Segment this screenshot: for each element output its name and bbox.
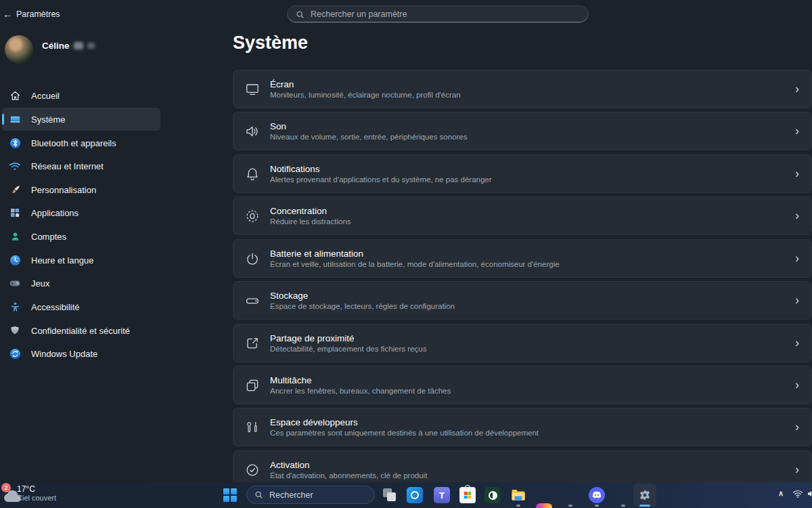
chevron-right-icon: › bbox=[795, 251, 799, 266]
card-subtitle: Écran et veille, utilisation de la batte… bbox=[270, 259, 795, 270]
user-row[interactable]: Céline bbox=[42, 41, 95, 51]
accessibility-icon bbox=[8, 300, 22, 314]
sidebar-item-systeme[interactable]: Système bbox=[2, 108, 160, 131]
weather-temp: 17°C bbox=[17, 484, 35, 494]
task-view-button[interactable] bbox=[383, 488, 397, 502]
sidebar-item-heure-langue[interactable]: Heure et langue bbox=[2, 249, 160, 272]
card-title: Activation bbox=[270, 459, 795, 471]
chevron-right-icon: › bbox=[795, 336, 799, 350]
sidebar-item-applications[interactable]: Applications bbox=[2, 201, 160, 224]
settings-app-active[interactable] bbox=[633, 484, 656, 507]
back-arrow-icon[interactable]: ← bbox=[3, 8, 13, 20]
card-subtitle: Moniteurs, luminosité, éclairage nocturn… bbox=[270, 90, 795, 100]
microsoft-store-icon[interactable] bbox=[459, 487, 476, 503]
tray-wifi-icon[interactable] bbox=[792, 489, 803, 501]
sidebar-item-label: Réseau et Internet bbox=[31, 161, 104, 171]
settings-card-stockage[interactable]: StockageEspace de stockage, lecteurs, rè… bbox=[233, 281, 812, 320]
settings-card-multitache[interactable]: MultitâcheAncrer les fenêtres, bureaux, … bbox=[233, 366, 812, 404]
weather-widget[interactable]: 2 17°C Ciel couvert bbox=[0, 482, 74, 508]
bell-icon bbox=[244, 166, 261, 182]
sidebar-item-confidentialite[interactable]: Confidentialité et sécurité bbox=[2, 319, 160, 342]
teams-icon[interactable]: T bbox=[434, 487, 450, 503]
settings-card-batterie[interactable]: Batterie et alimentationÉcran et veille,… bbox=[233, 239, 812, 278]
running-indicator bbox=[621, 505, 625, 507]
user-name: Céline bbox=[42, 41, 70, 51]
card-subtitle: Détectabilité, emplacement des fichiers … bbox=[270, 344, 795, 354]
card-subtitle: Réduire les distractions bbox=[270, 217, 795, 227]
copilot-icon[interactable]: PCNA bbox=[536, 503, 552, 508]
card-subtitle: Niveaux de volume, sortie, entrée, périp… bbox=[270, 132, 795, 142]
taskbar-search[interactable]: Rechercher bbox=[246, 486, 375, 504]
sidebar-item-accessibilite[interactable]: Accessibilité bbox=[2, 295, 160, 318]
storage-icon bbox=[244, 293, 261, 309]
sidebar-item-label: Accueil bbox=[31, 91, 60, 101]
tray-volume-icon[interactable] bbox=[807, 489, 812, 501]
user-avatar[interactable] bbox=[5, 35, 33, 64]
start-button[interactable] bbox=[223, 488, 237, 502]
taskbar-search-label: Rechercher bbox=[269, 490, 313, 500]
account-icon bbox=[8, 230, 22, 243]
chevron-right-icon: › bbox=[795, 124, 799, 138]
sidebar-item-bluetooth[interactable]: Bluetooth et appareils bbox=[2, 131, 160, 154]
settings-search-box[interactable] bbox=[287, 5, 589, 23]
sidebar-item-personnalisation[interactable]: Personnalisation bbox=[2, 178, 160, 201]
card-subtitle: Ancrer les fenêtres, bureaux, changement… bbox=[270, 386, 795, 396]
settings-card-concentration[interactable]: ConcentrationRéduire les distractions › bbox=[233, 196, 812, 235]
sidebar-item-windows-update[interactable]: Windows Update bbox=[2, 342, 160, 365]
sidebar-item-label: Personnalisation bbox=[31, 185, 96, 195]
brush-icon bbox=[8, 183, 22, 196]
settings-card-ecran[interactable]: ÉcranMoniteurs, luminosité, éclairage no… bbox=[233, 70, 812, 108]
chevron-right-icon: › bbox=[795, 378, 799, 392]
sidebar-item-label: Comptes bbox=[31, 232, 66, 242]
sidebar-item-label: Jeux bbox=[31, 278, 49, 289]
card-title: Notifications bbox=[270, 163, 795, 175]
apps-icon bbox=[8, 206, 22, 219]
chevron-right-icon: › bbox=[795, 82, 799, 96]
blurred-status-icon bbox=[74, 42, 83, 49]
settings-card-son[interactable]: SonNiveaux de volume, sortie, entrée, pé… bbox=[233, 112, 812, 150]
selected-indicator bbox=[2, 114, 4, 125]
discord-icon[interactable] bbox=[589, 487, 605, 503]
settings-card-notifications[interactable]: NotificationsAlertes provenant d'applica… bbox=[233, 154, 812, 193]
shield-icon bbox=[8, 324, 22, 337]
gamepad-icon bbox=[8, 276, 22, 290]
page-title: Système bbox=[233, 33, 308, 54]
search-icon bbox=[254, 490, 263, 499]
dev-tools-icon bbox=[244, 419, 261, 436]
gear-icon bbox=[633, 484, 656, 507]
card-title: Stockage bbox=[270, 290, 795, 301]
settings-search-input[interactable] bbox=[311, 9, 580, 19]
weather-alert-badge: 2 bbox=[1, 483, 11, 492]
card-title: Écran bbox=[270, 79, 795, 90]
power-icon bbox=[244, 251, 261, 267]
settings-window: ← Paramètres Céline Accueil Système Blue… bbox=[0, 0, 812, 508]
settings-card-partage[interactable]: Partage de proximitéDétectabilité, empla… bbox=[233, 324, 812, 362]
card-title: Batterie et alimentation bbox=[270, 248, 795, 259]
sound-icon bbox=[244, 123, 261, 140]
outlook-icon[interactable] bbox=[407, 487, 423, 503]
card-title: Multitâche bbox=[270, 375, 795, 386]
card-subtitle: Ces paramètres sont uniquement destinés … bbox=[270, 428, 795, 438]
home-icon bbox=[8, 89, 22, 102]
chevron-right-icon: › bbox=[795, 463, 799, 477]
card-subtitle: État d'activation, abonnements, clé de p… bbox=[270, 471, 795, 481]
chevron-right-icon: › bbox=[795, 209, 799, 223]
sidebar-item-jeux[interactable]: Jeux bbox=[2, 272, 160, 295]
sidebar-item-comptes[interactable]: Comptes bbox=[2, 225, 160, 248]
settings-card-developpeurs[interactable]: Espace développeursCes paramètres sont u… bbox=[233, 408, 812, 446]
clock-language-icon bbox=[8, 253, 22, 267]
card-title: Concentration bbox=[270, 205, 795, 217]
nearby-share-icon bbox=[244, 335, 261, 352]
system-icon bbox=[8, 112, 22, 126]
active-app-indicator bbox=[639, 505, 650, 507]
tray-show-hidden-icons[interactable]: ∧ bbox=[778, 489, 784, 498]
multitask-icon bbox=[244, 377, 261, 394]
sidebar-item-reseau[interactable]: Réseau et Internet bbox=[2, 154, 160, 177]
card-title: Son bbox=[270, 121, 795, 132]
file-explorer-icon[interactable] bbox=[510, 487, 526, 503]
sidebar-item-accueil[interactable]: Accueil bbox=[2, 84, 160, 107]
app-title: Paramètres bbox=[16, 9, 60, 19]
activation-check-icon bbox=[244, 462, 261, 478]
sidebar-item-label: Applications bbox=[31, 208, 78, 218]
green-circle-app-icon[interactable] bbox=[484, 487, 501, 503]
